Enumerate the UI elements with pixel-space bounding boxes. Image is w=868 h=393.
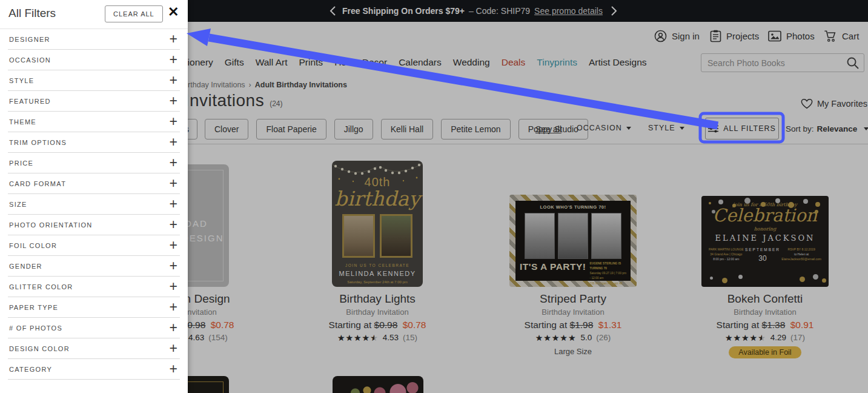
- filter-row-photo-orientation[interactable]: PHOTO ORIENTATION+: [8, 215, 180, 235]
- expand-plus-icon: +: [170, 155, 177, 171]
- expand-plus-icon: +: [170, 299, 177, 315]
- expand-plus-icon: +: [170, 278, 177, 295]
- expand-plus-icon: +: [170, 361, 177, 377]
- filter-label: DESIGN COLOR: [9, 345, 70, 352]
- filter-row-design-color[interactable]: DESIGN COLOR+: [8, 338, 180, 359]
- panel-title: All Filters: [8, 7, 56, 20]
- filter-label: CATEGORY: [9, 366, 52, 373]
- expand-plus-icon: +: [170, 196, 177, 212]
- filter-row-occasion[interactable]: OCCASION+: [8, 50, 180, 70]
- filter-label: OCCASION: [9, 56, 51, 64]
- filter-row-theme[interactable]: THEME+: [8, 112, 180, 132]
- filter-label: PRICE: [9, 160, 33, 167]
- filter-list: DESIGNER+OCCASION+STYLE+FEATURED+THEME+T…: [0, 29, 188, 380]
- filter-label: THEME: [9, 118, 36, 126]
- filter-label: DESIGNER: [9, 36, 50, 43]
- filter-label: PHOTO ORIENTATION: [9, 221, 93, 229]
- filter-label: PAPER TYPE: [9, 304, 58, 311]
- filter-label: CARD FORMAT: [9, 180, 66, 187]
- filter-label: FOIL COLOR: [9, 242, 57, 249]
- filter-row-paper-type[interactable]: PAPER TYPE+: [8, 297, 180, 318]
- filter-label: GENDER: [9, 263, 42, 270]
- expand-plus-icon: +: [170, 175, 177, 192]
- close-icon[interactable]: ✕: [168, 5, 179, 19]
- clear-all-button[interactable]: CLEAR ALL: [105, 5, 163, 22]
- filter-label: GLITTER COLOR: [9, 283, 73, 291]
- expand-plus-icon: +: [170, 340, 177, 357]
- expand-plus-icon: +: [170, 52, 177, 68]
- expand-plus-icon: +: [170, 258, 177, 274]
- filter-label: STYLE: [9, 77, 34, 84]
- filter-row-featured[interactable]: FEATURED+: [8, 91, 180, 112]
- expand-plus-icon: +: [170, 31, 177, 47]
- all-filters-panel: All Filters CLEAR ALL ✕ DESIGNER+OCCASIO…: [0, 0, 188, 393]
- filter-row-size[interactable]: SIZE+: [8, 194, 180, 215]
- filter-row-glitter-color[interactable]: GLITTER COLOR+: [8, 277, 180, 297]
- expand-plus-icon: +: [170, 320, 177, 336]
- filter-row-style[interactable]: STYLE+: [8, 70, 180, 91]
- expand-plus-icon: +: [170, 113, 177, 130]
- filter-label: SIZE: [9, 201, 27, 208]
- filter-label: # OF PHOTOS: [9, 324, 62, 332]
- filter-row-of-photos[interactable]: # OF PHOTOS+: [8, 318, 180, 338]
- filter-row-gender[interactable]: GENDER+: [8, 256, 180, 277]
- filter-row-trim-options[interactable]: TRIM OPTIONS+: [8, 132, 180, 153]
- filter-row-price[interactable]: PRICE+: [8, 153, 180, 173]
- filter-row-designer[interactable]: DESIGNER+: [8, 29, 180, 50]
- expand-plus-icon: +: [170, 72, 177, 89]
- expand-plus-icon: +: [170, 93, 177, 109]
- expand-plus-icon: +: [170, 217, 177, 233]
- page: Free Shipping On Orders $79+ – Code: SHI…: [0, 0, 868, 393]
- filter-row-card-format[interactable]: CARD FORMAT+: [8, 173, 180, 194]
- expand-plus-icon: +: [170, 134, 177, 150]
- panel-header: All Filters CLEAR ALL ✕: [0, 0, 188, 29]
- expand-plus-icon: +: [170, 237, 177, 254]
- filter-row-category[interactable]: CATEGORY+: [8, 359, 180, 380]
- filter-label: TRIM OPTIONS: [9, 139, 67, 146]
- filter-label: FEATURED: [9, 98, 51, 105]
- filter-row-foil-color[interactable]: FOIL COLOR+: [8, 235, 180, 256]
